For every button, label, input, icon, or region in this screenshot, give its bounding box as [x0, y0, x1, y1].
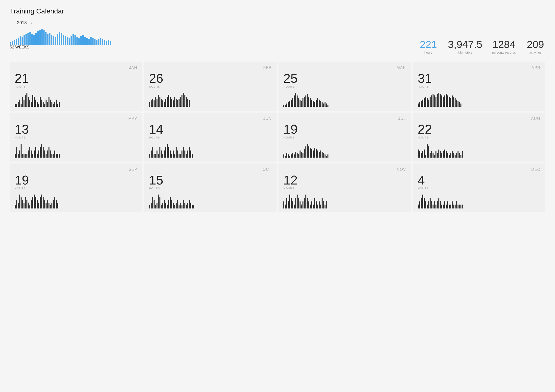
month-bar	[449, 97, 450, 107]
month-bar	[298, 98, 299, 107]
month-bar	[325, 154, 326, 158]
yearly-bar-chart	[10, 28, 111, 45]
month-bar	[419, 102, 420, 107]
month-cell[interactable]: NOV12HOURS	[278, 163, 411, 212]
month-bar	[285, 105, 286, 107]
header-bar	[65, 36, 66, 45]
month-bar	[300, 100, 301, 107]
month-cell[interactable]: JAN21HOURS	[10, 62, 142, 111]
month-bar	[305, 95, 306, 107]
month-bar	[32, 197, 33, 208]
month-bar	[177, 100, 178, 107]
month-bar	[434, 201, 435, 209]
month-bar	[28, 150, 29, 158]
month-bars	[283, 143, 406, 158]
stat-label: Activities	[526, 51, 545, 54]
prev-year-button[interactable]: ‹	[10, 20, 14, 25]
month-bar	[46, 100, 47, 107]
month-cell[interactable]: DEC4HOURS	[413, 163, 545, 212]
month-bar	[21, 104, 22, 107]
month-hours-label: HOURS	[418, 187, 541, 190]
header-bar	[69, 38, 70, 45]
header-bar	[106, 41, 107, 45]
month-bar	[159, 197, 160, 208]
month-cell[interactable]: MAY13HOURS	[10, 113, 142, 161]
month-cell[interactable]: APR31HOURS	[413, 62, 545, 111]
month-bar	[437, 201, 438, 209]
month-cell[interactable]: MAR25HOURS	[278, 62, 411, 111]
month-bar	[157, 203, 157, 208]
month-cell[interactable]: JUL19HOURS	[278, 113, 411, 161]
header-bar	[92, 38, 94, 45]
month-bar	[435, 97, 436, 107]
month-bar	[57, 104, 58, 107]
month-hours-value: 15	[149, 174, 272, 186]
month-bar	[283, 154, 284, 158]
month-bar	[164, 150, 165, 158]
month-bar	[447, 153, 448, 158]
month-hours-value: 13	[15, 123, 137, 136]
month-bar	[444, 150, 445, 158]
month-cell[interactable]: FEB26HOURS	[144, 62, 277, 111]
header-bar	[53, 36, 54, 45]
month-bar	[286, 153, 287, 158]
month-bar	[430, 153, 431, 158]
month-bar	[158, 195, 159, 208]
month-bar	[424, 150, 425, 158]
month-bar	[167, 205, 168, 208]
weeks-label: 52 WEEKS	[10, 45, 29, 49]
month-bar	[25, 154, 26, 158]
month-bar	[438, 198, 439, 208]
month-bar	[179, 205, 180, 208]
month-bar	[53, 200, 54, 208]
month-bar	[435, 205, 436, 208]
header-bar	[10, 42, 11, 45]
month-bar	[48, 203, 49, 208]
month-cell[interactable]: SEP19HOURS	[10, 163, 142, 212]
month-bar	[22, 154, 23, 158]
month-bar	[155, 97, 156, 107]
stat-item: 209Activities	[526, 39, 545, 54]
month-cell[interactable]: OCT15HOURS	[144, 163, 277, 212]
month-bar	[308, 146, 309, 158]
stat-label: Hours	[419, 51, 438, 54]
month-name: JUN	[149, 116, 272, 121]
month-bar	[167, 144, 168, 158]
month-bar	[43, 197, 44, 208]
month-bar	[181, 205, 182, 208]
month-cell[interactable]: JUN14HOURS	[144, 113, 277, 161]
month-bar	[455, 98, 456, 107]
month-bar	[155, 154, 156, 158]
month-hours-label: HOURS	[15, 187, 137, 190]
month-bar	[327, 154, 328, 158]
month-bars	[149, 92, 272, 107]
month-bar	[450, 98, 451, 107]
month-name: DEC	[418, 167, 541, 172]
next-year-button[interactable]: ›	[30, 20, 34, 25]
month-bar	[422, 151, 423, 158]
page-title: Training Calendar	[10, 7, 545, 15]
month-bar	[455, 155, 456, 158]
month-bar	[26, 154, 27, 158]
month-bar	[433, 205, 434, 208]
month-bar	[161, 99, 162, 107]
header-bar	[84, 37, 86, 45]
month-bar	[444, 95, 445, 107]
month-bar	[170, 197, 171, 208]
month-bar	[453, 97, 454, 107]
month-bar	[298, 198, 299, 208]
header-bar	[24, 35, 25, 45]
month-bar	[29, 100, 30, 107]
month-bar	[421, 101, 422, 107]
month-bar	[53, 154, 54, 158]
month-bar	[19, 195, 20, 208]
stat-value: 1284	[492, 39, 516, 50]
month-hours-value: 25	[283, 72, 406, 85]
month-bar	[176, 99, 177, 107]
month-bar	[327, 105, 328, 107]
month-bar	[325, 102, 326, 107]
month-bar	[183, 93, 184, 107]
month-cell[interactable]: AUG22HOURS	[413, 113, 545, 161]
header-bar	[76, 37, 78, 45]
month-bar	[311, 201, 312, 209]
